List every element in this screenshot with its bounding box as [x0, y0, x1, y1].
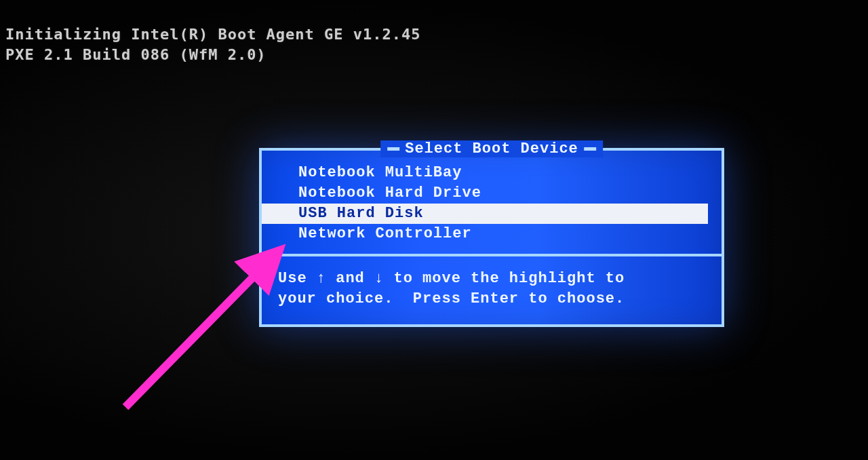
boot-option-multibay[interactable]: Notebook MultiBay — [262, 163, 722, 183]
bios-screen: Initializing Intel(R) Boot Agent GE v1.2… — [0, 0, 868, 460]
boot-option-usb[interactable]: USB Hard Disk — [262, 204, 708, 224]
boot-option-hdd[interactable]: Notebook Hard Drive — [262, 183, 722, 204]
boot-option-network[interactable]: Network Controller — [262, 224, 722, 244]
dash-icon — [584, 147, 596, 151]
dialog-title: Select Boot Device — [399, 140, 584, 157]
boot-device-dialog: Select Boot Device Notebook MultiBay Not… — [259, 148, 724, 327]
post-messages: Initializing Intel(R) Boot Agent GE v1.2… — [5, 24, 421, 65]
svg-line-1 — [125, 250, 280, 407]
post-line-1: Initializing Intel(R) Boot Agent GE v1.2… — [5, 26, 421, 43]
post-line-2: PXE 2.1 Build 086 (WfM 2.0) — [5, 46, 267, 63]
dialog-hint: Use ↑ and ↓ to move the highlight to you… — [262, 256, 722, 324]
dialog-title-wrap: Select Boot Device — [380, 140, 603, 157]
boot-options-list[interactable]: Notebook MultiBay Notebook Hard Drive US… — [262, 151, 722, 250]
dash-icon — [387, 147, 399, 151]
